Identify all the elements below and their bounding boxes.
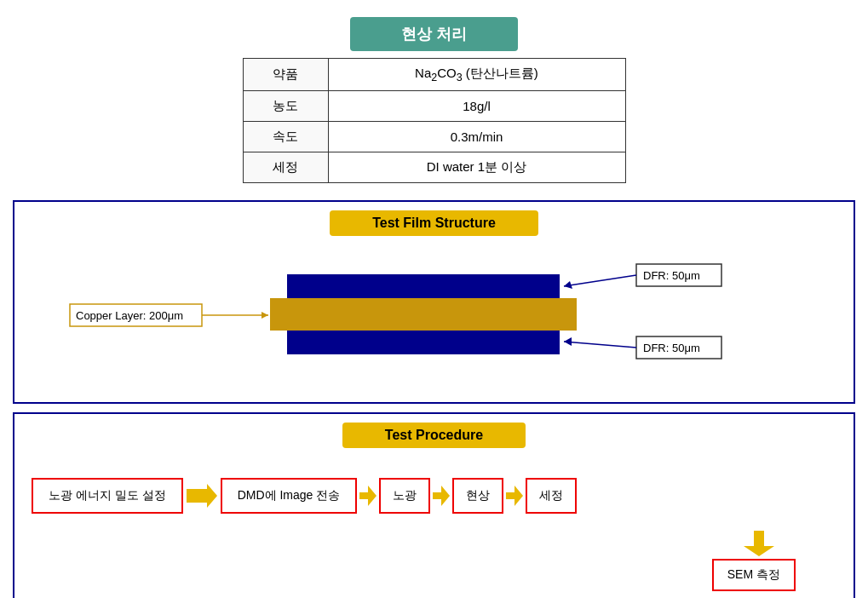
dfr-bottom-label-text: DFR: 50μm [643, 342, 700, 354]
step-1-box: 노광 에너지 밀도 설정 [32, 478, 183, 514]
svg-rect-7 [754, 531, 764, 546]
arrow-1 [187, 484, 217, 508]
blue-bottom-layer [287, 331, 560, 354]
middle-section-title: Test Film Structure [330, 210, 538, 236]
svg-marker-4 [441, 486, 450, 506]
arrow-4 [506, 486, 523, 506]
info-table: 약품 Na2CO3 (탄산나트륨) 농도 18g/l 속도 0.3m/min 세… [243, 58, 626, 183]
dfr-bottom-arrowhead [564, 337, 572, 346]
table-row: 속도 0.3m/min [243, 122, 625, 152]
table-label: 농도 [243, 91, 328, 122]
middle-section: Test Film Structure Copper Layer: 200μm … [13, 200, 855, 404]
arrow-3 [433, 486, 450, 506]
copper-label-text: Copper Layer: 200μm [76, 309, 183, 322]
table-row: 세정 DI water 1분 이상 [243, 152, 625, 183]
step-3-label: 노광 [393, 488, 417, 502]
sem-box: SEM 측정 [712, 559, 796, 591]
table-label: 속도 [243, 122, 328, 152]
blue-top-layer [287, 274, 560, 298]
svg-marker-0 [187, 484, 217, 508]
step-4-box: 현상 [452, 478, 503, 514]
dfr-top-arrow [564, 275, 636, 286]
step-5-box: 세정 [526, 478, 577, 514]
table-value: Na2CO3 (탄산나트륨) [328, 59, 625, 91]
procedure-flow: 노광 에너지 밀도 설정 DMD에 Image 전송 [32, 478, 836, 514]
dfr-top-label-text: DFR: 50μm [643, 269, 700, 282]
sem-section: SEM 측정 [23, 531, 796, 591]
table-label: 세정 [243, 152, 328, 183]
bottom-section-title: Test Procedure [342, 423, 526, 448]
sem-label: SEM 측정 [727, 567, 780, 581]
svg-rect-1 [359, 492, 368, 499]
svg-marker-2 [368, 486, 377, 506]
svg-marker-6 [514, 486, 523, 506]
arrow-2 [359, 486, 377, 506]
table-value: 18g/l [328, 91, 625, 122]
sem-arrow-down [744, 531, 774, 559]
table-label: 약품 [243, 59, 328, 91]
table-row: 농도 18g/l [243, 91, 625, 122]
step-1-label: 노광 에너지 밀도 설정 [49, 488, 166, 502]
svg-rect-5 [506, 492, 514, 499]
table-value: 0.3m/min [328, 122, 625, 152]
step-4-label: 현상 [466, 488, 490, 502]
dfr-bottom-arrow [564, 342, 636, 348]
svg-rect-3 [433, 492, 441, 499]
dfr-top-arrowhead [564, 281, 572, 289]
step-2-box: DMD에 Image 전송 [221, 478, 358, 514]
step-3-box: 노광 [379, 478, 430, 514]
copper-arrow-head [262, 312, 268, 319]
top-section: 현상 처리 약품 Na2CO3 (탄산나트륨) 농도 18g/l 속도 0.3m… [9, 9, 859, 192]
table-value: DI water 1분 이상 [328, 152, 625, 183]
film-structure-svg: Copper Layer: 200μm DFR: 50μm DFR: 50μm [23, 249, 845, 394]
svg-marker-8 [744, 546, 774, 556]
step-5-label: 세정 [539, 488, 563, 502]
film-structure: Copper Layer: 200μm DFR: 50μm DFR: 50μm [23, 249, 845, 394]
gold-layer [270, 298, 577, 331]
step-2-label: DMD에 Image 전송 [238, 488, 341, 502]
top-section-title: 현상 처리 [350, 17, 518, 51]
bottom-section: Test Procedure 노광 에너지 밀도 설정 DMD에 Image 전… [13, 412, 855, 598]
table-row: 약품 Na2CO3 (탄산나트륨) [243, 59, 625, 91]
